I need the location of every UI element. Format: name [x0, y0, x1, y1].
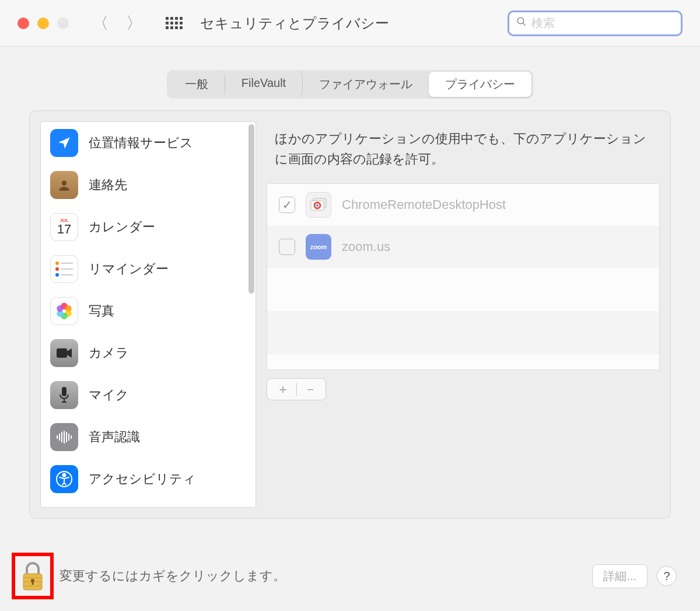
help-button[interactable]: ? [657, 566, 677, 586]
app-permission-list: ✓ ChromeRemoteDesktopHost zoom zoom.us [267, 183, 660, 370]
svg-point-2 [62, 180, 67, 186]
sidebar-item-label: 位置情報サービス [89, 134, 193, 152]
sidebar-item-photos[interactable]: 写真 [41, 290, 256, 332]
show-all-prefs-button[interactable] [166, 17, 183, 29]
zoom-icon: zoom [306, 234, 331, 260]
reminders-icon [50, 255, 78, 283]
highlight-rect [12, 553, 54, 599]
svg-rect-15 [66, 432, 67, 442]
microphone-icon [50, 381, 78, 409]
app-row-empty [267, 268, 659, 311]
sidebar-item-label: マイク [89, 386, 129, 404]
svg-rect-11 [57, 435, 58, 439]
search-box[interactable] [508, 11, 682, 36]
sidebar-item-label: 連絡先 [89, 176, 127, 194]
add-button[interactable]: ＋ [276, 380, 289, 398]
checkbox-checked[interactable]: ✓ [279, 197, 295, 213]
titlebar: 〈 〉 セキュリティとプライバシー [0, 0, 700, 47]
checkbox-unchecked[interactable] [279, 239, 295, 255]
sidebar-item-label: 音声認識 [89, 428, 140, 446]
svg-rect-10 [62, 387, 66, 396]
window-minimize-button[interactable] [37, 18, 49, 29]
svg-line-1 [523, 23, 526, 26]
calendar-icon: JUL 17 [50, 213, 78, 241]
sidebar-item-calendar[interactable]: JUL 17 カレンダー [41, 206, 256, 248]
app-row-empty [267, 311, 659, 354]
search-icon [516, 16, 527, 30]
sidebar-item-label: カレンダー [89, 218, 155, 236]
app-name: ChromeRemoteDesktopHost [342, 197, 506, 212]
accessibility-icon [50, 465, 78, 493]
privacy-description: ほかのアプリケーションの使用中でも、下のアプリケーションに画面の内容の記録を許可… [267, 121, 660, 183]
sidebar-item-contacts[interactable]: 連絡先 [41, 164, 256, 206]
camera-icon [50, 339, 78, 367]
privacy-category-list[interactable]: 位置情報サービス 連絡先 JUL 17 カレンダー [40, 121, 256, 508]
privacy-panel: 位置情報サービス 連絡先 JUL 17 カレンダー [29, 110, 671, 519]
svg-point-23 [316, 204, 318, 207]
sidebar-item-label: カメラ [89, 344, 129, 362]
contacts-icon [50, 171, 78, 199]
app-name: zoom.us [342, 239, 390, 254]
details-button[interactable]: 詳細... [592, 564, 648, 588]
window-title: セキュリティとプライバシー [200, 14, 508, 33]
tab-filevault[interactable]: FileVault [225, 72, 303, 97]
svg-rect-13 [61, 432, 62, 442]
forward-button[interactable]: 〉 [126, 12, 142, 34]
privacy-detail-pane: ほかのアプリケーションの使用中でも、下のアプリケーションに画面の内容の記録を許可… [267, 121, 660, 508]
sidebar-item-label: 写真 [89, 302, 114, 320]
tab-privacy[interactable]: プライバシー [429, 72, 531, 97]
svg-rect-16 [68, 434, 69, 441]
traffic-lights [18, 18, 69, 29]
svg-rect-12 [59, 434, 60, 441]
scrollbar-thumb[interactable] [249, 124, 254, 294]
speech-icon [50, 423, 78, 451]
sidebar-item-location[interactable]: 位置情報サービス [41, 122, 256, 164]
svg-rect-9 [57, 348, 67, 358]
footer: 変更するにはカギをクリックします。 詳細... ? [12, 553, 677, 599]
sidebar-item-speech[interactable]: 音声認識 [41, 416, 256, 458]
search-input[interactable] [531, 16, 674, 30]
sidebar-item-accessibility[interactable]: アクセシビリティ [41, 458, 256, 500]
remove-button[interactable]: － [304, 380, 317, 398]
window-zoom-button[interactable] [57, 18, 69, 29]
lock-help-text: 変更するにはカギをクリックします。 [60, 567, 286, 585]
sidebar-item-microphone[interactable]: マイク [41, 374, 256, 416]
sidebar-item-camera[interactable]: カメラ [41, 332, 256, 374]
location-icon [50, 129, 78, 157]
svg-point-8 [57, 305, 63, 312]
photos-icon [50, 297, 78, 325]
svg-rect-14 [64, 431, 65, 444]
lock-button[interactable] [19, 560, 47, 592]
svg-rect-17 [71, 435, 72, 439]
sidebar-item-label: アクセシビリティ [89, 470, 196, 488]
svg-point-0 [517, 18, 524, 24]
tab-bar: 一般 FileVault ファイアウォール プライバシー [29, 70, 671, 99]
add-remove-control: ＋ － [267, 378, 326, 400]
sidebar-item-reminders[interactable]: リマインダー [41, 248, 256, 290]
app-row[interactable]: ✓ ChromeRemoteDesktopHost [267, 184, 659, 226]
sidebar-item-label: リマインダー [89, 260, 169, 278]
chrome-remote-desktop-icon [306, 192, 331, 218]
window-close-button[interactable] [18, 18, 29, 29]
app-row[interactable]: zoom zoom.us [267, 226, 659, 268]
svg-rect-29 [32, 581, 34, 585]
tab-firewall[interactable]: ファイアウォール [303, 72, 429, 97]
nav-arrows: 〈 〉 [92, 12, 142, 34]
tab-general[interactable]: 一般 [169, 72, 225, 97]
back-button[interactable]: 〈 [92, 12, 108, 34]
svg-point-19 [63, 474, 66, 477]
